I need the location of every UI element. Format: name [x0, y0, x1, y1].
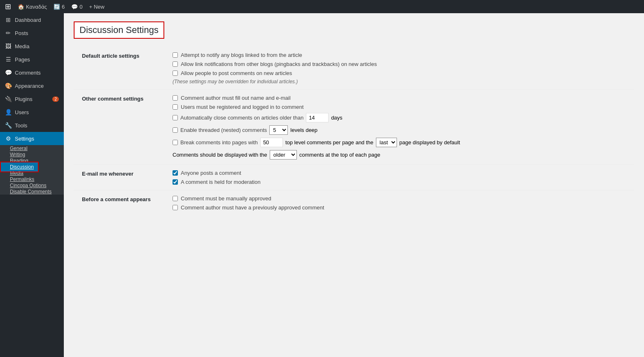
plugins-badge: 2: [52, 96, 59, 102]
appearance-icon: 🎨: [5, 82, 12, 89]
select-thread-depth[interactable]: 12345 678910: [269, 125, 288, 135]
cb-previously-approved[interactable]: [173, 205, 178, 210]
section-email-value: Anyone posts a comment A comment is held…: [173, 170, 626, 185]
select-page-order[interactable]: firstlast: [376, 138, 397, 147]
submenu-disable-comments[interactable]: Disable Comments: [0, 186, 56, 197]
label-display-before: Comments should be displayed with the: [173, 152, 267, 158]
check-anyone-posts: Anyone posts a comment: [173, 170, 626, 176]
cb-notify-blogs[interactable]: [173, 52, 178, 58]
sidebar-item-comments[interactable]: 💬Comments: [0, 66, 64, 79]
sidebar-item-plugins[interactable]: 🔌 Plugins 2: [0, 92, 64, 106]
section-before-appears: Before a comment appears Comment must be…: [74, 190, 634, 216]
check-notify-blogs: Attempt to notify any blogs linked to fr…: [173, 52, 626, 58]
check-held-moderation: A comment is held for moderation: [173, 179, 626, 185]
check-author-name: Comment author must fill out name and e-…: [173, 95, 626, 101]
sidebar-item-users[interactable]: 👤Users: [0, 106, 64, 119]
label-top-level: top level comments per page and the: [285, 139, 373, 146]
cb-threaded[interactable]: [173, 127, 178, 133]
cb-auto-close[interactable]: [173, 115, 178, 120]
label-anyone-posts: Anyone posts a comment: [181, 170, 241, 176]
label-page-default: page displayed by default: [399, 139, 460, 146]
section-before-value: Comment must be manually approved Commen…: [173, 195, 626, 211]
comments-item[interactable]: 💬 0: [71, 4, 82, 10]
label-held-moderation: A comment is held for moderation: [181, 179, 261, 185]
sidebar: ⊞Dashboard ✏Posts 🖼Media ☰Pages 💬Comment…: [0, 13, 64, 357]
cb-held-moderation[interactable]: [173, 179, 178, 185]
section-other-comment-label: Other comment settings: [82, 95, 173, 160]
label-allow-comments: Allow people to post comments on new art…: [181, 70, 292, 76]
wp-logo[interactable]: ⊞: [5, 2, 11, 11]
label-author-name: Comment author must fill out name and e-…: [181, 95, 291, 101]
sidebar-item-appearance[interactable]: 🎨Appearance: [0, 79, 64, 92]
label-levels-deep: levels deep: [290, 127, 317, 133]
label-break-before: Break comments into pages with: [180, 139, 258, 146]
section-other-comment-value: Comment author must fill out name and e-…: [173, 95, 626, 160]
page-title-box: Discussion Settings: [74, 21, 164, 39]
check-previously-approved: Comment author must have a previously ap…: [173, 204, 626, 211]
sidebar-item-dashboard[interactable]: ⊞Dashboard: [0, 13, 64, 26]
section-default-article: Default article settings Attempt to noti…: [74, 47, 634, 90]
main-content: Discussion Settings Default article sett…: [64, 13, 644, 357]
label-manually-approved: Comment must be manually approved: [181, 195, 271, 202]
users-icon: 👤: [5, 109, 12, 115]
check-allow-comments: Allow people to post comments on new art…: [173, 70, 626, 76]
cb-allow-comments[interactable]: [173, 70, 178, 76]
check-auto-close: Automatically close comments on articles…: [173, 113, 626, 122]
row-display-order: Comments should be displayed with the ol…: [173, 150, 626, 160]
cb-link-notifications[interactable]: [173, 61, 178, 67]
label-previously-approved: Comment author must have a previously ap…: [181, 204, 324, 211]
check-link-notifications: Allow link notifications from other blog…: [173, 61, 626, 67]
media-icon: 🖼: [5, 43, 12, 49]
admin-bar: ⊞ 🏠 Καναδάς 🔄 6 💬 0 + New: [0, 0, 644, 13]
house-icon: 🏠: [18, 4, 24, 10]
plugins-icon: 🔌: [5, 96, 12, 102]
comments-icon: 💬: [5, 69, 12, 76]
updates-icon: 🔄: [54, 4, 60, 10]
comment-icon: 💬: [71, 4, 78, 10]
cb-manually-approved[interactable]: [173, 196, 178, 201]
label-registered: Users must be registered and logged in t…: [181, 104, 303, 110]
section-other-comment: Other comment settings Comment author mu…: [74, 90, 634, 165]
section-default-article-label: Default article settings: [82, 52, 173, 85]
new-item[interactable]: + New: [89, 4, 105, 10]
check-registered: Users must be registered and logged in t…: [173, 104, 626, 110]
label-threaded-before: Enable threaded (nested) comments: [180, 127, 267, 133]
check-manually-approved: Comment must be manually approved: [173, 195, 626, 202]
article-settings-note: (These settings may be overridden for in…: [173, 79, 626, 85]
label-days: days: [331, 115, 342, 121]
label-notify-blogs: Attempt to notify any blogs linked to fr…: [181, 52, 302, 58]
section-default-article-value: Attempt to notify any blogs linked to fr…: [173, 52, 626, 85]
sidebar-item-pages[interactable]: ☰Pages: [0, 53, 64, 66]
sidebar-item-posts[interactable]: ✏Posts: [0, 26, 64, 40]
dashboard-icon: ⊞: [5, 16, 12, 23]
section-email-whenever: E-mail me whenever Anyone posts a commen…: [74, 165, 634, 190]
section-before-label: Before a comment appears: [82, 195, 173, 211]
sidebar-item-media[interactable]: 🖼Media: [0, 40, 64, 53]
select-display-order[interactable]: oldernewer: [270, 150, 297, 160]
input-comments-per-page[interactable]: [260, 138, 283, 147]
input-days[interactable]: [306, 113, 329, 122]
label-auto-close-before: Automatically close comments on articles…: [180, 115, 303, 121]
cb-break-pages[interactable]: [173, 140, 178, 145]
sidebar-item-tools[interactable]: 🔧Tools: [0, 119, 64, 132]
check-threaded: Enable threaded (nested) comments 12345 …: [173, 125, 626, 135]
settings-form: Default article settings Attempt to noti…: [74, 47, 634, 216]
updates-item[interactable]: 🔄 6: [54, 4, 65, 10]
cb-registered[interactable]: [173, 104, 178, 110]
label-display-after: comments at the top of each page: [299, 152, 380, 158]
tools-icon: 🔧: [5, 122, 12, 129]
check-break-pages: Break comments into pages with top level…: [173, 138, 626, 147]
cb-author-name[interactable]: [173, 95, 178, 101]
posts-icon: ✏: [5, 30, 12, 36]
page-title: Discussion Settings: [79, 25, 159, 35]
label-link-notifications: Allow link notifications from other blog…: [181, 61, 377, 67]
settings-icon: ⚙: [5, 135, 12, 142]
pages-icon: ☰: [5, 56, 12, 63]
section-email-label: E-mail me whenever: [82, 170, 173, 185]
cb-anyone-posts[interactable]: [173, 170, 178, 176]
site-name[interactable]: 🏠 Καναδάς: [18, 4, 47, 10]
